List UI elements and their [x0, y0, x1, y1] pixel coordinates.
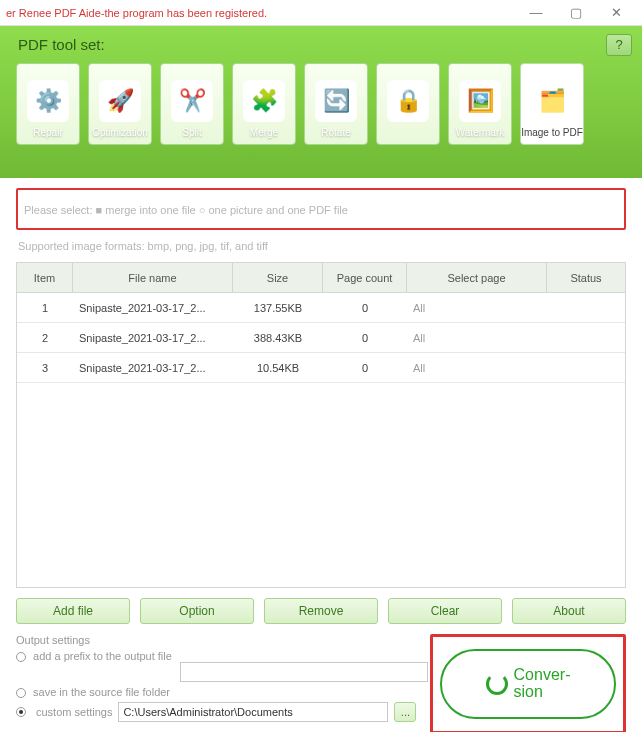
split-icon: ✂️ [179, 88, 206, 114]
close-button[interactable]: ✕ [596, 0, 636, 26]
col-pagecount: Page count [323, 263, 407, 292]
mode-select-text[interactable]: Please select: ■ merge into one file ○ o… [24, 204, 348, 216]
rotate-icon: 🔄 [323, 88, 350, 114]
browse-button[interactable]: ... [394, 702, 416, 722]
supported-formats: Supported image formats: bmp, png, jpg, … [16, 236, 626, 262]
table-row[interactable]: 3 Snipaste_2021-03-17_2... 10.54KB 0 All [17, 353, 625, 383]
lock-icon: 🔒 [395, 88, 422, 114]
tool-image-to-pdf[interactable]: 🗂️Image to PDF [520, 63, 584, 145]
remove-button[interactable]: Remove [264, 598, 378, 624]
conversion-highlight: Conver- sion [430, 634, 626, 732]
output-settings: Output settings add a prefix to the outp… [16, 634, 626, 732]
mode-select-highlight: Please select: ■ merge into one file ○ o… [16, 188, 626, 230]
clear-button[interactable]: Clear [388, 598, 502, 624]
table-row[interactable]: 1 Snipaste_2021-03-17_2... 137.55KB 0 Al… [17, 293, 625, 323]
prefix-radio[interactable] [16, 652, 26, 662]
conversion-button[interactable]: Conver- sion [440, 649, 616, 719]
tool-repair[interactable]: ⚙️Repair [16, 63, 80, 145]
toolbar: PDF tool set: ? ⚙️Repair 🚀Optimization ✂… [0, 26, 642, 178]
help-button[interactable]: ? [606, 34, 632, 56]
minimize-button[interactable]: — [516, 0, 556, 26]
content-area: Please select: ■ merge into one file ○ o… [0, 178, 642, 732]
maximize-button[interactable]: ▢ [556, 0, 596, 26]
watermark-icon: 🖼️ [467, 88, 494, 114]
toolbar-heading: PDF tool set: [18, 36, 626, 53]
conversion-icon [486, 673, 508, 695]
tool-split[interactable]: ✂️Split [160, 63, 224, 145]
window-title: er Renee PDF Aide-the program has been r… [6, 7, 516, 19]
add-file-button[interactable]: Add file [16, 598, 130, 624]
tool-encrypt[interactable]: 🔒 [376, 63, 440, 145]
option-button[interactable]: Option [140, 598, 254, 624]
table-row[interactable]: 2 Snipaste_2021-03-17_2... 388.43KB 0 Al… [17, 323, 625, 353]
action-buttons: Add file Option Remove Clear About [16, 598, 626, 624]
col-item: Item [17, 263, 73, 292]
custom-path-input[interactable] [118, 702, 388, 722]
file-table: Item File name Size Page count Select pa… [16, 262, 626, 588]
image-to-pdf-icon: 🗂️ [539, 88, 566, 114]
custom-label: custom settings [36, 706, 112, 718]
tool-buttons: ⚙️Repair 🚀Optimization ✂️Split 🧩Merge 🔄R… [16, 63, 626, 145]
col-filename: File name [73, 263, 233, 292]
tool-optimization[interactable]: 🚀Optimization [88, 63, 152, 145]
optimization-icon: 🚀 [107, 88, 134, 114]
col-selectpage: Select page [407, 263, 547, 292]
tool-merge[interactable]: 🧩Merge [232, 63, 296, 145]
tool-rotate[interactable]: 🔄Rotate [304, 63, 368, 145]
repair-icon: ⚙️ [35, 88, 62, 114]
savesrc-label: save in the source file folder [33, 686, 170, 698]
col-status: Status [547, 263, 625, 292]
conversion-label: Conver- sion [514, 667, 571, 701]
prefix-input[interactable] [180, 662, 428, 682]
custom-radio[interactable] [16, 707, 26, 717]
titlebar: er Renee PDF Aide-the program has been r… [0, 0, 642, 26]
table-header: Item File name Size Page count Select pa… [17, 263, 625, 293]
col-size: Size [233, 263, 323, 292]
about-button[interactable]: About [512, 598, 626, 624]
tool-watermark[interactable]: 🖼️Watermark [448, 63, 512, 145]
prefix-label: add a prefix to the output file [33, 650, 172, 662]
merge-icon: 🧩 [251, 88, 278, 114]
savesrc-radio[interactable] [16, 688, 26, 698]
